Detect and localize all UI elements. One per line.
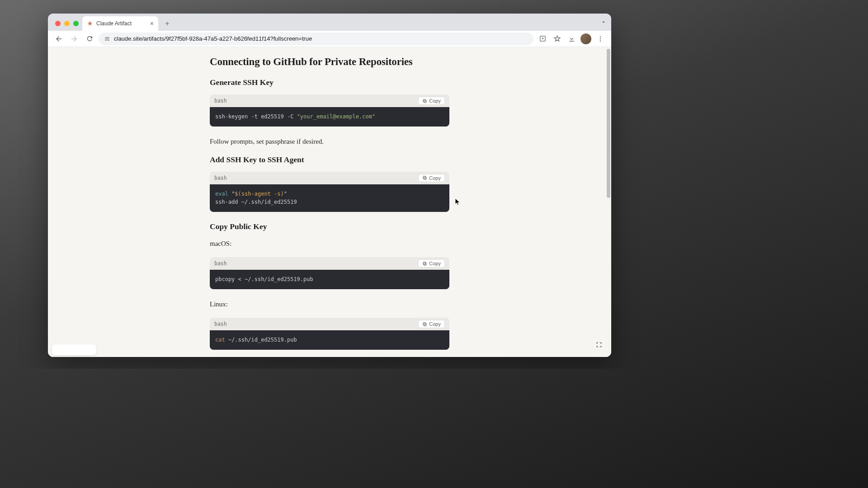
svg-rect-10 (423, 262, 426, 265)
install-app-icon[interactable] (536, 33, 549, 45)
copy-button[interactable]: Copy (418, 320, 445, 328)
code-block: bash Copy ssh-keygen -t ed25519 -C "your… (210, 94, 449, 127)
bookmark-icon[interactable] (551, 33, 563, 45)
code-content[interactable]: ssh-keygen -t ed25519 -C "your_email@exa… (210, 107, 449, 127)
svg-rect-9 (424, 263, 427, 265)
code-header: bash Copy (210, 94, 449, 107)
address-bar: claude.site/artifacts/9f27f5bf-928a-47a5… (48, 31, 611, 47)
paragraph: Follow prompts, set passphrase if desire… (210, 136, 449, 147)
scrollbar-thumb[interactable] (607, 49, 610, 198)
paragraph: macOS: (210, 239, 449, 249)
tab-bar: Claude Artifact × (48, 14, 611, 31)
copy-icon (422, 99, 427, 103)
code-block: bash Copy eval "$(ssh-agent -s)" ssh-add… (210, 172, 449, 212)
paragraph: Linux: (210, 299, 449, 310)
url-field[interactable]: claude.site/artifacts/9f27f5bf-928a-47a5… (99, 33, 533, 45)
section-heading: Copy Public Key (210, 222, 449, 231)
minimize-window-button[interactable] (64, 21, 70, 26)
svg-point-2 (600, 36, 601, 37)
svg-point-3 (600, 38, 601, 39)
svg-rect-11 (424, 323, 427, 326)
svg-rect-12 (423, 322, 426, 325)
copy-button[interactable]: Copy (418, 259, 445, 267)
copy-icon (422, 261, 427, 266)
profile-avatar[interactable] (580, 33, 592, 45)
code-lang-label: bash (214, 98, 227, 104)
close-window-button[interactable] (55, 21, 61, 26)
code-lang-label: bash (214, 260, 227, 267)
code-block: bash Copy pbcopy < ~/.ssh/id_ed25519.pub (210, 257, 449, 289)
code-header: bash Copy (210, 172, 449, 184)
toolbar-right (536, 33, 607, 45)
copy-icon (422, 322, 427, 327)
svg-rect-5 (424, 100, 427, 103)
svg-rect-7 (424, 177, 427, 180)
new-tab-button[interactable] (161, 17, 174, 30)
site-settings-icon[interactable] (104, 36, 110, 42)
back-button[interactable] (52, 33, 65, 45)
claude-favicon-icon (87, 20, 93, 27)
article: Connecting to GitHub for Private Reposit… (210, 47, 449, 357)
code-content[interactable]: cat ~/.ssh/id_ed25519.pub (210, 330, 449, 350)
code-lang-label: bash (214, 175, 227, 181)
browser-window: Claude Artifact × claude.site/artifacts/… (48, 14, 611, 357)
menu-button[interactable] (594, 33, 607, 45)
code-header: bash Copy (210, 257, 449, 270)
maximize-window-button[interactable] (73, 21, 79, 26)
code-content[interactable]: eval "$(ssh-agent -s)" ssh-add ~/.ssh/id… (210, 184, 449, 212)
forward-button[interactable] (68, 33, 80, 45)
window-controls (52, 21, 82, 31)
downloads-icon[interactable] (565, 33, 578, 45)
section-heading: Generate SSH Key (210, 78, 449, 87)
copy-icon (422, 175, 427, 180)
svg-rect-8 (423, 176, 426, 179)
url-text: claude.site/artifacts/9f27f5bf-928a-47a5… (114, 35, 528, 42)
section-heading: Add SSH Key to SSH Agent (210, 155, 449, 164)
close-tab-button[interactable]: × (150, 20, 154, 27)
status-pill (52, 344, 96, 355)
code-block: bash Copy cat ~/.ssh/id_ed25519.pub (210, 318, 449, 350)
browser-tab[interactable]: Claude Artifact × (82, 16, 158, 31)
code-header: bash Copy (210, 318, 449, 330)
tab-title: Claude Artifact (96, 20, 147, 27)
code-lang-label: bash (214, 321, 227, 327)
svg-rect-6 (423, 99, 426, 102)
svg-point-0 (108, 39, 109, 40)
page-title: Connecting to GitHub for Private Reposit… (210, 56, 449, 68)
reload-button[interactable] (83, 33, 96, 45)
scrollbar[interactable] (607, 47, 610, 357)
tabs-dropdown-button[interactable] (600, 19, 607, 25)
code-content[interactable]: pbcopy < ~/.ssh/id_ed25519.pub (210, 270, 449, 289)
exit-fullscreen-button[interactable] (594, 340, 604, 350)
copy-button[interactable]: Copy (418, 97, 445, 105)
avatar-icon (580, 33, 591, 44)
svg-point-4 (600, 40, 601, 41)
page-content[interactable]: Connecting to GitHub for Private Reposit… (48, 47, 611, 357)
copy-button[interactable]: Copy (418, 174, 445, 182)
